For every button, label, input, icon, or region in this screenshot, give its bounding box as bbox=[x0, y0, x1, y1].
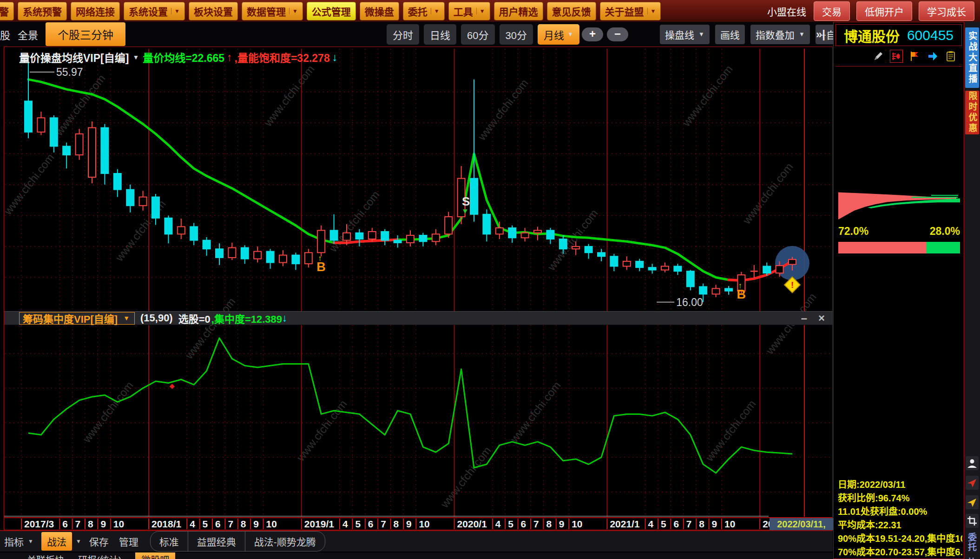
menu-bar: 预警系统预警网络连接系统设置▼板块设置数据管理▼公式管理微操盘委托▼工具▼用户精… bbox=[0, 0, 980, 22]
collapse-panel-icon[interactable]: »| bbox=[816, 28, 825, 41]
template-pill-益盟经典[interactable]: 益盟经典 bbox=[188, 532, 245, 551]
menu-item-微操盘[interactable]: 微操盘 bbox=[360, 2, 399, 20]
clipboard-icon[interactable] bbox=[944, 50, 957, 63]
save-button[interactable]: 保存 bbox=[85, 532, 113, 550]
zoom-out-button[interactable]: − bbox=[607, 27, 628, 41]
partial-tab-研报(统计)[interactable]: 研报(统计) bbox=[78, 553, 121, 559]
candle-body bbox=[381, 232, 388, 240]
candle-body bbox=[585, 246, 592, 253]
watermark-text: www.cfchi.com bbox=[740, 160, 796, 226]
tool-画线[interactable]: 画线 bbox=[715, 25, 745, 44]
minimize-icon[interactable]: – bbox=[801, 312, 807, 325]
side-tab-实战大直播[interactable]: 实战大直播 bbox=[965, 27, 979, 88]
candle-body bbox=[203, 240, 210, 249]
menu-right-button-学习成长[interactable]: 学习成长 bbox=[919, 1, 974, 21]
user-icon[interactable] bbox=[966, 456, 979, 470]
axis-label: 7 bbox=[75, 519, 81, 529]
tool-操盘线[interactable]: 操盘线▼ bbox=[660, 25, 710, 44]
watermark-text: www.cfchi.com bbox=[545, 207, 600, 273]
indicator-menu-button[interactable]: 指标▼ bbox=[0, 532, 39, 550]
chevron-down-icon: ▼ bbox=[647, 8, 656, 14]
menu-item-工具[interactable]: 工具▼ bbox=[448, 2, 490, 20]
panorama-button[interactable]: 全景 bbox=[15, 25, 41, 44]
period-日线[interactable]: 日线 bbox=[424, 24, 456, 45]
tool-指数叠加[interactable]: 指数叠加▼ bbox=[750, 25, 810, 44]
tactic-menu-button[interactable]: 战法 bbox=[41, 532, 72, 551]
side-tab-限时优惠[interactable]: 限时优惠 bbox=[965, 91, 979, 134]
axis-label: 10 bbox=[572, 519, 582, 529]
candle-body bbox=[343, 233, 350, 240]
menu-item-公式管理[interactable]: 公式管理 bbox=[307, 2, 356, 20]
chip-ratio-bar bbox=[838, 242, 960, 253]
candle-body bbox=[789, 260, 796, 265]
axis-label: 4 bbox=[648, 519, 654, 529]
period-60分[interactable]: 60分 bbox=[461, 24, 494, 45]
menu-right-button-低佣开户[interactable]: 低佣开户 bbox=[856, 1, 912, 21]
partial-tab-微股吧[interactable]: 微股吧 bbox=[135, 552, 175, 559]
candle-body bbox=[241, 248, 249, 259]
period-分时[interactable]: 分时 bbox=[387, 24, 419, 45]
bottom-toolbar: 指标▼ 战法 ▼ 保存 管理 标准益盟经典战法-顺势龙腾 bbox=[0, 530, 833, 552]
red-rocket-icon[interactable] bbox=[966, 476, 979, 490]
manage-button[interactable]: 管理 bbox=[115, 532, 143, 550]
menu-item-label: 用户精选 bbox=[499, 4, 538, 18]
main-indicator-name[interactable]: 量价操盘均线VIP[自编] bbox=[19, 49, 129, 65]
menu-items: 预警系统预警网络连接系统设置▼板块设置数据管理▼公式管理微操盘委托▼工具▼用户精… bbox=[0, 2, 661, 20]
template-pill-标准[interactable]: 标准 bbox=[151, 532, 188, 551]
candle-body bbox=[152, 197, 159, 218]
yellow-rocket-icon[interactable] bbox=[966, 495, 979, 509]
menu-item-label: 工具 bbox=[454, 4, 473, 18]
menu-item-label: 系统设置 bbox=[129, 4, 168, 18]
close-icon[interactable]: × bbox=[818, 312, 825, 325]
menu-item-系统预警[interactable]: 系统预警 bbox=[18, 2, 67, 20]
menu-item-网络连接[interactable]: 网络连接 bbox=[71, 2, 120, 20]
online-status-link[interactable]: 小盟在线 bbox=[767, 4, 806, 18]
candle-body bbox=[432, 234, 440, 241]
toolbar-left-group: 股 全景 个股三分钟 bbox=[0, 22, 125, 47]
chevron-down-icon[interactable]: ▼ bbox=[131, 53, 140, 61]
period-30分[interactable]: 30分 bbox=[500, 24, 533, 45]
profit-pct-label: 72.0% bbox=[838, 225, 868, 238]
chart-area[interactable]: www.cfchi.comwww.cfchi.comwww.cfchi.comw… bbox=[4, 47, 833, 530]
kline-chart-canvas[interactable]: www.cfchi.comwww.cfchi.comwww.cfchi.comw… bbox=[4, 47, 832, 530]
axis-label: 9 bbox=[100, 519, 106, 529]
candle-body bbox=[407, 235, 414, 243]
side-vertical-label-委托[interactable]: 委托 bbox=[967, 532, 978, 552]
indicator-label-main: 量价操盘均线VIP[自编] ▼ 量价均线=22.665 ↑ ,量能饱和度=32.… bbox=[19, 49, 337, 65]
toolbar-partial-label[interactable]: 股 bbox=[0, 27, 10, 42]
menu-item-委托[interactable]: 委托▼ bbox=[403, 2, 445, 20]
stock-header[interactable]: 博通股份 600455 bbox=[835, 24, 962, 46]
candle-body bbox=[50, 118, 58, 146]
menu-item-label: 公式管理 bbox=[312, 4, 351, 18]
chevron-down-icon: ▼ bbox=[171, 8, 180, 14]
partial-tab-关联板块[interactable]: 关联板块 bbox=[27, 553, 64, 559]
stock-3min-button[interactable]: 个股三分钟 bbox=[46, 22, 125, 46]
menu-item-用户精选[interactable]: 用户精选 bbox=[494, 2, 543, 20]
menu-item-板块设置[interactable]: 板块设置 bbox=[189, 2, 238, 20]
menu-item-label: 关于益盟 bbox=[605, 4, 644, 18]
period-active[interactable]: 月线▼ bbox=[538, 24, 579, 45]
sub-indicator-selector[interactable]: 筹码集中度VIP[自编] ▼ bbox=[19, 312, 135, 325]
axis-label: 7 bbox=[686, 519, 692, 529]
candle-body bbox=[178, 226, 185, 234]
menu-item-关于益盟[interactable]: 关于益盟▼ bbox=[600, 2, 661, 20]
template-pill-战法-顺势龙腾[interactable]: 战法-顺势龙腾 bbox=[245, 532, 325, 551]
menu-right-button-交易[interactable]: 交易 bbox=[814, 1, 850, 21]
arrow-right-icon[interactable] bbox=[926, 50, 939, 63]
zoom-in-button[interactable]: + bbox=[582, 27, 603, 41]
crop-tool-icon[interactable] bbox=[966, 514, 979, 528]
candle-body bbox=[508, 228, 516, 238]
chevron-down-icon: ▼ bbox=[476, 8, 485, 14]
pen-icon[interactable] bbox=[872, 50, 885, 63]
kline-view-icon[interactable] bbox=[890, 50, 903, 63]
flag-icon[interactable] bbox=[908, 50, 921, 63]
axis-label: 5 bbox=[355, 519, 361, 529]
menu-item-数据管理[interactable]: 数据管理▼ bbox=[242, 2, 303, 20]
menu-item-预警[interactable]: 预警 bbox=[0, 2, 14, 20]
candle-body bbox=[636, 261, 643, 267]
menu-item-意见反馈[interactable]: 意见反馈 bbox=[547, 2, 596, 20]
watermark-text: www.cfchi.com bbox=[80, 379, 136, 445]
menu-item-系统设置[interactable]: 系统设置▼ bbox=[124, 2, 185, 20]
chevron-down-icon[interactable]: ▼ bbox=[74, 538, 83, 545]
candle-body bbox=[725, 288, 732, 291]
